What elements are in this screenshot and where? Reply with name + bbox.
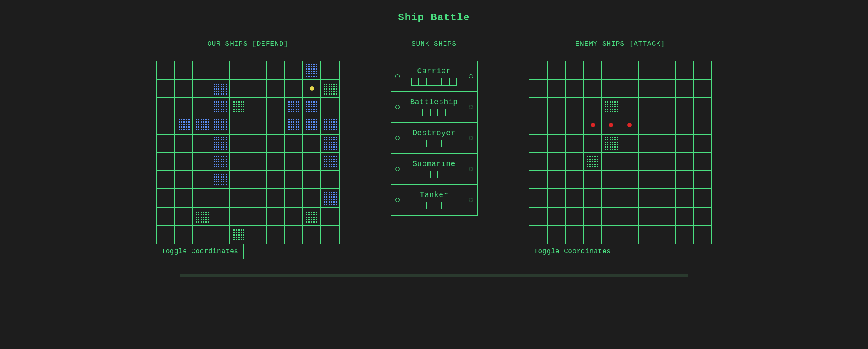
attack-cell[interactable]: [639, 116, 657, 134]
attack-cell[interactable]: [584, 208, 602, 226]
attack-cell[interactable]: [529, 208, 547, 226]
attack-cell[interactable]: [584, 116, 602, 134]
attack-cell[interactable]: [547, 79, 565, 97]
attack-cell[interactable]: [602, 208, 620, 226]
attack-cell[interactable]: [565, 116, 584, 134]
radio-icon[interactable]: [469, 198, 473, 202]
attack-cell[interactable]: [547, 152, 565, 171]
attack-cell[interactable]: [620, 152, 638, 171]
radio-icon[interactable]: [469, 167, 473, 171]
attack-cell[interactable]: [639, 189, 657, 207]
attack-cell[interactable]: [529, 171, 547, 189]
attack-cell[interactable]: [565, 226, 584, 244]
attack-cell[interactable]: [657, 61, 675, 79]
attack-cell[interactable]: [657, 226, 675, 244]
attack-cell[interactable]: [675, 97, 693, 116]
attack-cell[interactable]: [602, 152, 620, 171]
attack-cell[interactable]: [547, 189, 565, 207]
attack-cell[interactable]: [657, 171, 675, 189]
attack-cell[interactable]: [693, 61, 712, 79]
attack-cell[interactable]: [620, 171, 638, 189]
attack-cell[interactable]: [657, 97, 675, 116]
toggle-coords-defend[interactable]: Toggle Coordinates: [156, 244, 244, 259]
attack-cell[interactable]: [584, 189, 602, 207]
radio-icon[interactable]: [395, 105, 400, 109]
radio-icon[interactable]: [469, 136, 473, 140]
attack-cell[interactable]: [693, 152, 712, 171]
attack-cell[interactable]: [529, 152, 547, 171]
radio-icon[interactable]: [395, 136, 400, 140]
attack-cell[interactable]: [584, 134, 602, 152]
attack-cell[interactable]: [693, 134, 712, 152]
attack-cell[interactable]: [639, 171, 657, 189]
attack-cell[interactable]: [693, 208, 712, 226]
radio-icon[interactable]: [395, 198, 400, 202]
attack-cell[interactable]: [602, 61, 620, 79]
radio-icon[interactable]: [395, 167, 400, 171]
attack-cell[interactable]: [675, 79, 693, 97]
attack-cell[interactable]: [657, 116, 675, 134]
attack-cell[interactable]: [547, 97, 565, 116]
attack-cell[interactable]: [693, 97, 712, 116]
attack-cell[interactable]: [547, 61, 565, 79]
attack-cell[interactable]: [602, 189, 620, 207]
radio-icon[interactable]: [395, 74, 400, 78]
attack-cell[interactable]: [620, 134, 638, 152]
attack-cell[interactable]: [565, 61, 584, 79]
attack-cell[interactable]: [529, 79, 547, 97]
attack-cell[interactable]: [620, 189, 638, 207]
attack-cell[interactable]: [675, 116, 693, 134]
attack-cell[interactable]: [620, 79, 638, 97]
attack-cell[interactable]: [602, 116, 620, 134]
attack-cell[interactable]: [675, 226, 693, 244]
attack-cell[interactable]: [584, 226, 602, 244]
attack-cell[interactable]: [565, 189, 584, 207]
attack-cell[interactable]: [693, 226, 712, 244]
attack-cell[interactable]: [620, 116, 638, 134]
attack-cell[interactable]: [529, 61, 547, 79]
attack-cell[interactable]: [565, 134, 584, 152]
attack-cell[interactable]: [675, 189, 693, 207]
attack-cell[interactable]: [584, 171, 602, 189]
radio-icon[interactable]: [469, 105, 473, 109]
attack-cell[interactable]: [602, 171, 620, 189]
attack-cell[interactable]: [565, 97, 584, 116]
attack-cell[interactable]: [657, 79, 675, 97]
attack-cell[interactable]: [657, 134, 675, 152]
attack-cell[interactable]: [584, 61, 602, 79]
attack-cell[interactable]: [547, 116, 565, 134]
attack-cell[interactable]: [547, 171, 565, 189]
attack-cell[interactable]: [675, 171, 693, 189]
attack-cell[interactable]: [620, 208, 638, 226]
attack-cell[interactable]: [529, 189, 547, 207]
attack-cell[interactable]: [584, 152, 602, 171]
attack-cell[interactable]: [565, 152, 584, 171]
attack-cell[interactable]: [602, 226, 620, 244]
attack-cell[interactable]: [547, 134, 565, 152]
attack-cell[interactable]: [620, 61, 638, 79]
attack-cell[interactable]: [639, 97, 657, 116]
attack-cell[interactable]: [620, 226, 638, 244]
attack-cell[interactable]: [547, 226, 565, 244]
radio-icon[interactable]: [469, 74, 473, 78]
attack-cell[interactable]: [693, 171, 712, 189]
attack-cell[interactable]: [657, 152, 675, 171]
attack-cell[interactable]: [657, 189, 675, 207]
attack-cell[interactable]: [639, 208, 657, 226]
attack-cell[interactable]: [565, 79, 584, 97]
attack-cell[interactable]: [639, 226, 657, 244]
attack-cell[interactable]: [693, 116, 712, 134]
attack-cell[interactable]: [639, 134, 657, 152]
attack-cell[interactable]: [529, 97, 547, 116]
attack-cell[interactable]: [693, 189, 712, 207]
attack-cell[interactable]: [693, 79, 712, 97]
attack-cell[interactable]: [675, 152, 693, 171]
toggle-coords-attack[interactable]: Toggle Coordinates: [529, 244, 617, 259]
attack-cell[interactable]: [529, 134, 547, 152]
attack-cell[interactable]: [565, 171, 584, 189]
attack-cell[interactable]: [602, 134, 620, 152]
attack-cell[interactable]: [565, 208, 584, 226]
attack-cell[interactable]: [602, 97, 620, 116]
attack-cell[interactable]: [547, 208, 565, 226]
attack-cell[interactable]: [584, 79, 602, 97]
